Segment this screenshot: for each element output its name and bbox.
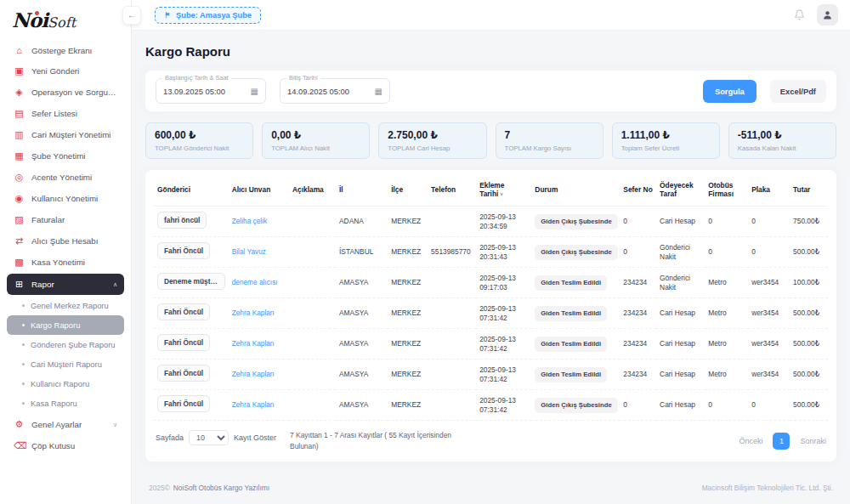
sidebar-subitem-5[interactable]: Kasa Raporu bbox=[7, 394, 124, 413]
column-header[interactable]: İlçe bbox=[388, 173, 428, 207]
cell-description bbox=[289, 207, 336, 237]
receiver-link[interactable]: Bilal Yavuz bbox=[232, 247, 266, 256]
stat-card-3: 7 TOPLAM Kargo Sayısı bbox=[496, 122, 604, 159]
brand-logo[interactable]: NoiSoft bbox=[0, 7, 131, 40]
sidebar-item-cash-register[interactable]: ▩ Kasa Yönetimi bbox=[7, 252, 124, 273]
sidebar-item-agency-management[interactable]: ◎ Acente Yönetimi bbox=[7, 167, 124, 188]
column-header[interactable]: Plaka bbox=[748, 173, 790, 207]
sidebar-subitem-4[interactable]: Kullanıcı Raporu bbox=[7, 374, 124, 394]
cell-city: AMASYA bbox=[336, 360, 388, 390]
cell-date: 2025-09-1307:31:42 bbox=[476, 360, 531, 390]
app-root: NoiSoft ⌂ Gösterge Ekranı ▣ Yeni Gönderi… bbox=[0, 0, 850, 504]
table-row: Deneme müşterisi deneme alıcısı AMASYA M… bbox=[154, 268, 828, 298]
column-header[interactable]: Ekleme Tarihi▾ bbox=[476, 173, 531, 207]
receiver-link[interactable]: Zehra Kaplan bbox=[232, 339, 275, 348]
receiver-link[interactable]: deneme alıcısı bbox=[232, 278, 278, 286]
export-button[interactable]: Excel/Pdf bbox=[770, 80, 826, 103]
sidebar-item-branch-management[interactable]: ▦ Şube Yönetimi bbox=[7, 145, 124, 167]
agency-management-icon: ◎ bbox=[14, 172, 25, 183]
sender-badge: Fahri Öncül bbox=[157, 242, 210, 260]
stat-label: Kasada Kalan Nakit bbox=[738, 144, 827, 152]
sidebar-item-invoices[interactable]: ▨ Faturalar bbox=[7, 209, 124, 230]
sidebar: NoiSoft ⌂ Gösterge Ekranı ▣ Yeni Gönderi… bbox=[0, 0, 132, 504]
branch-badge[interactable]: Şube: Amasya Şube bbox=[155, 7, 261, 24]
table-row: Fahri Öncül Bilal Yavuz İSTANBUL MERKEZ … bbox=[154, 237, 828, 268]
sidebar-subitem-0[interactable]: Genel Merkez Raporu bbox=[7, 296, 124, 315]
sidebar-subitem-3[interactable]: Cari Müşteri Raporu bbox=[7, 354, 124, 374]
calendar-icon[interactable]: ▦ bbox=[375, 87, 382, 96]
cell-payer: Cari Hesap bbox=[656, 207, 705, 237]
calendar-icon[interactable]: ▦ bbox=[251, 87, 258, 96]
cell-status: Giden Çıkış Şubesinde bbox=[531, 207, 620, 237]
end-date-field[interactable]: Bitiş Tarihi 14.09.2025 05:00 ▦ bbox=[280, 78, 390, 104]
stat-value: 1.111,00 ₺ bbox=[621, 129, 711, 141]
pagination-next[interactable]: Sonraki bbox=[800, 437, 826, 445]
column-header[interactable]: Alıcı Unvan bbox=[229, 173, 289, 207]
new-shipment-icon: ▣ bbox=[14, 65, 25, 76]
sidebar-item-trip-list[interactable]: ▤ Sefer Listesi bbox=[7, 103, 124, 124]
stat-card-0: 600,00 ₺ TOPLAM Gönderici Nakit bbox=[145, 122, 253, 159]
receiver-link[interactable]: Zehra Kaplan bbox=[232, 400, 275, 409]
table-row: Fahri Öncül Zehra Kaplan AMASYA MERKEZ 2… bbox=[154, 329, 828, 360]
receiver-link[interactable]: Zeliha çelik bbox=[232, 217, 268, 225]
column-header[interactable]: Durum bbox=[531, 173, 620, 207]
cell-receiver: Zehra Kaplan bbox=[229, 298, 289, 329]
receiver-link[interactable]: Zehra Kaplan bbox=[232, 309, 275, 317]
sidebar-item-user-management[interactable]: ◉ Kullanıcı Yönetimi bbox=[7, 188, 124, 209]
pagination-prev[interactable]: Önceki bbox=[739, 437, 762, 445]
page-size-select[interactable]: 10 bbox=[189, 430, 229, 445]
column-header[interactable]: Sefer No bbox=[620, 173, 656, 207]
cell-trip-no: 0 bbox=[620, 207, 656, 237]
sender-badge: Fahri Öncül bbox=[157, 303, 210, 321]
page-content: Kargo Raporu Başlangıç Tarih & Saat 13.0… bbox=[132, 31, 850, 504]
brand-logo-text: Noi bbox=[12, 8, 48, 31]
receiver-link[interactable]: Zehra Kaplan bbox=[232, 370, 275, 378]
column-header[interactable]: Telefon bbox=[428, 173, 476, 207]
cell-plate: 0 bbox=[748, 207, 790, 237]
cell-status: Giden Çıkış Şubesinde bbox=[531, 237, 620, 268]
bullet-icon bbox=[22, 324, 25, 326]
sidebar-item-operations[interactable]: ◈ Operasyon ve Sorgulama bbox=[7, 82, 124, 103]
column-header[interactable]: Açıklama bbox=[289, 173, 336, 207]
cell-description bbox=[289, 390, 336, 421]
cell-description bbox=[289, 329, 336, 360]
sidebar-subitem-1[interactable]: Kargo Raporu bbox=[7, 315, 124, 335]
cell-description bbox=[289, 360, 336, 390]
user-avatar[interactable] bbox=[817, 4, 838, 25]
pagination-page-1[interactable]: 1 bbox=[773, 433, 790, 450]
column-header[interactable]: Tutar bbox=[790, 173, 828, 207]
cell-payer: Gönderici Nakit bbox=[656, 268, 705, 298]
column-header[interactable]: Ödeyecek Taraf bbox=[656, 173, 705, 207]
notifications-button[interactable] bbox=[788, 4, 810, 26]
stat-card-4: 1.111,00 ₺ Toplam Sefer Ücreti bbox=[612, 122, 720, 159]
cell-plate: wer3454 bbox=[748, 298, 790, 329]
cell-bus-company: Metro bbox=[705, 298, 748, 329]
sidebar-item-settings[interactable]: ⚙ Genel Ayarlar ∨ bbox=[7, 414, 124, 435]
sidebar-item-receiver-branch-account[interactable]: ⇄ Alıcı Şube Hesabı bbox=[7, 230, 124, 252]
sidebar-item-label: Alıcı Şube Hesabı bbox=[31, 236, 98, 246]
cell-sender: Deneme müşterisi bbox=[154, 268, 229, 298]
status-badge: Giden Teslim Edildi bbox=[535, 306, 607, 321]
sidebar-item-customer-management[interactable]: ▥ Cari Müşteri Yönetimi bbox=[7, 124, 124, 145]
stat-label: Toplam Sefer Ücreti bbox=[621, 144, 711, 152]
sidebar-item-new-shipment[interactable]: ▣ Yeni Gönderi bbox=[7, 60, 124, 82]
sidebar-subitem-2[interactable]: Gönderen Şube Raporu bbox=[7, 335, 124, 354]
stat-card-5: -511,00 ₺ Kasada Kalan Nakit bbox=[728, 122, 836, 159]
start-date-field[interactable]: Başlangıç Tarih & Saat 13.09.2025 05:00 … bbox=[156, 78, 266, 104]
column-header[interactable]: Gönderici bbox=[154, 173, 229, 207]
cell-status: Giden Teslim Edildi bbox=[531, 298, 620, 329]
cell-trip-no: 234234 bbox=[620, 329, 656, 360]
column-header[interactable]: İl bbox=[336, 173, 388, 207]
sidebar-item-dashboard[interactable]: ⌂ Gösterge Ekranı bbox=[7, 40, 124, 60]
sort-icon: ▾ bbox=[500, 191, 503, 197]
table-row: Fahri Öncül Zehra Kaplan AMASYA MERKEZ 2… bbox=[154, 360, 828, 390]
stat-value: 2.750,00 ₺ bbox=[388, 129, 477, 141]
cell-city: AMASYA bbox=[336, 390, 388, 421]
sidebar-item-trash[interactable]: ⌫ Çöp Kutusu bbox=[7, 435, 124, 456]
bullet-icon bbox=[22, 363, 25, 365]
sidebar-item-rapor[interactable]: ⊞ Rapor ∧ bbox=[7, 274, 124, 295]
cell-receiver: Zehra Kaplan bbox=[229, 360, 289, 390]
column-header[interactable]: Otobüs Firması bbox=[705, 173, 748, 207]
query-button[interactable]: Sorgula bbox=[703, 80, 756, 103]
cell-trip-no: 234234 bbox=[620, 360, 656, 390]
